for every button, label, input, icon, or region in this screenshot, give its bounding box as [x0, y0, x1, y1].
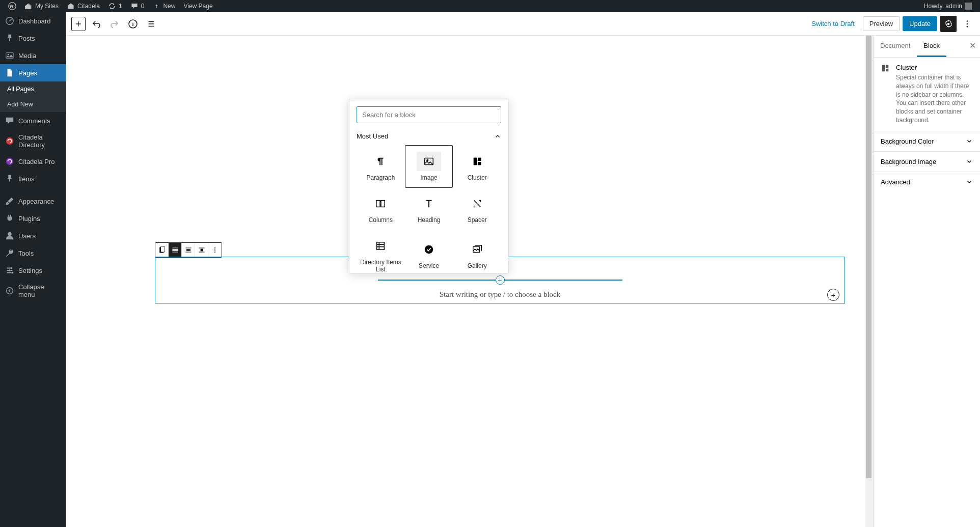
admin-bar: My Sites Citadela 1 0 +New View Page How…	[0, 0, 980, 12]
new-link[interactable]: +New	[148, 0, 179, 12]
view-page-label: View Page	[183, 3, 212, 10]
my-sites-link[interactable]: My Sites	[20, 0, 63, 12]
comments-link[interactable]: 0	[126, 0, 149, 12]
updates-count: 1	[119, 3, 122, 10]
new-label: New	[163, 3, 175, 10]
site-label: Citadela	[77, 3, 100, 10]
updates-link[interactable]: 1	[104, 0, 126, 12]
howdy-label: Howdy, admin	[924, 3, 962, 10]
wp-logo[interactable]	[4, 0, 20, 12]
my-sites-label: My Sites	[35, 3, 59, 10]
comments-count: 0	[141, 3, 145, 10]
site-link[interactable]: Citadela	[63, 0, 104, 12]
view-page-link[interactable]: View Page	[179, 0, 216, 12]
howdy-link[interactable]: Howdy, admin	[920, 0, 976, 12]
avatar	[965, 3, 972, 10]
